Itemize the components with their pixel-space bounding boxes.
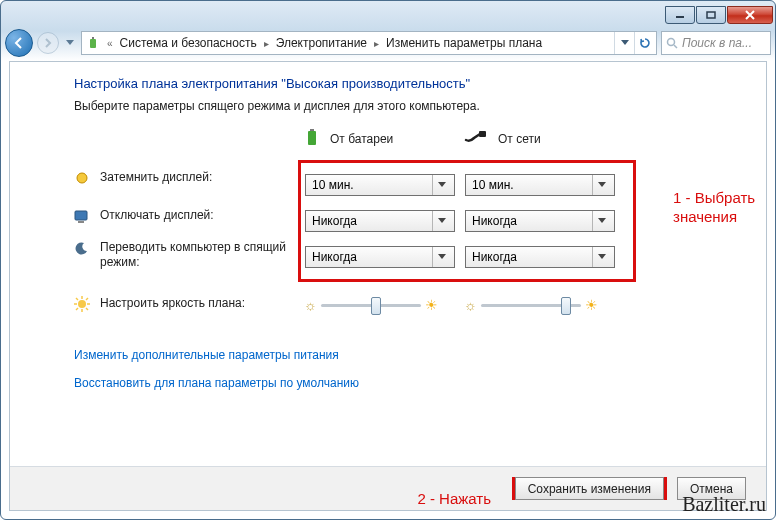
annotation-step1: 1 - Выбрать значения: [673, 189, 763, 227]
sun-dim-icon: ☼: [464, 297, 477, 313]
highlighted-dropdowns: 10 мин. 10 мин. Никогда Никогда Никогда …: [298, 160, 636, 282]
nav-bar: « Система и безопасность ▸ Электропитани…: [1, 27, 775, 59]
minimize-button[interactable]: [665, 6, 695, 24]
column-plugged: От сети: [464, 127, 624, 150]
sleep-plugged-select[interactable]: Никогда: [465, 246, 615, 268]
chevron-right-icon: ▸: [261, 38, 272, 49]
row-sleep-label: Переводить компьютер в спящий режим:: [74, 240, 304, 270]
chevron-down-icon: [592, 175, 610, 195]
content-panel: Настройка плана электропитания "Высокая …: [9, 61, 767, 511]
title-bar: [1, 1, 775, 27]
chevron-right-icon: ▸: [371, 38, 382, 49]
sleep-icon: [74, 240, 92, 258]
svg-rect-2: [90, 39, 96, 48]
svg-rect-6: [308, 131, 316, 145]
address-dropdown-icon[interactable]: [614, 32, 634, 54]
battery-icon: [304, 127, 320, 150]
column-plugged-label: От сети: [498, 132, 541, 146]
search-placeholder: Поиск в па...: [682, 36, 752, 50]
svg-rect-12: [78, 221, 84, 223]
column-battery: От батареи: [304, 127, 464, 150]
breadcrumb-sep-icon: «: [104, 38, 116, 49]
footer: Сохранить изменения Отмена: [10, 466, 766, 510]
off-battery-select[interactable]: Никогда: [305, 210, 455, 232]
chevron-down-icon: [592, 247, 610, 267]
svg-rect-3: [92, 37, 94, 39]
address-bar[interactable]: « Система и безопасность ▸ Электропитани…: [81, 31, 657, 55]
chevron-down-icon: [592, 211, 610, 231]
row-brightness-label: Настроить яркость плана:: [74, 296, 304, 314]
save-button-highlight: Сохранить изменения: [512, 477, 667, 500]
chevron-down-icon: [432, 175, 450, 195]
svg-rect-8: [479, 131, 486, 137]
sun-bright-icon: ☀: [585, 297, 598, 313]
dim-icon: [74, 170, 92, 188]
display-off-icon: [74, 208, 92, 226]
dim-plugged-select[interactable]: 10 мин.: [465, 174, 615, 196]
watermark: Bazliter.ru: [682, 493, 766, 516]
annotation-step2: 2 - Нажать: [417, 490, 491, 507]
brightness-plugged-slider[interactable]: [481, 295, 581, 315]
sun-dim-icon: ☼: [304, 297, 317, 313]
advanced-settings-link[interactable]: Изменить дополнительные параметры питани…: [74, 348, 740, 362]
svg-line-19: [86, 308, 88, 310]
row-dim-label: Затемнить дисплей:: [74, 170, 304, 188]
save-button[interactable]: Сохранить изменения: [515, 477, 664, 500]
plug-icon: [464, 130, 488, 147]
off-plugged-select[interactable]: Никогда: [465, 210, 615, 232]
close-button[interactable]: [727, 6, 773, 24]
svg-line-18: [76, 298, 78, 300]
breadcrumb-item[interactable]: Система и безопасность: [118, 36, 259, 50]
back-button[interactable]: [5, 29, 33, 57]
sleep-battery-select[interactable]: Никогда: [305, 246, 455, 268]
chevron-down-icon: [432, 211, 450, 231]
restore-defaults-link[interactable]: Восстановить для плана параметры по умол…: [74, 376, 740, 390]
svg-point-13: [78, 300, 86, 308]
svg-line-5: [674, 45, 677, 48]
history-dropdown-icon[interactable]: [63, 32, 77, 54]
sun-bright-icon: ☀: [425, 297, 438, 313]
dim-battery-select[interactable]: 10 мин.: [305, 174, 455, 196]
breadcrumb-item[interactable]: Изменить параметры плана: [384, 36, 544, 50]
svg-point-4: [668, 39, 675, 46]
svg-rect-7: [310, 129, 314, 131]
breadcrumb-item[interactable]: Электропитание: [274, 36, 369, 50]
svg-line-21: [76, 308, 78, 310]
maximize-button[interactable]: [696, 6, 726, 24]
search-icon: [666, 37, 678, 49]
window: « Система и безопасность ▸ Электропитани…: [0, 0, 776, 520]
row-off-label: Отключать дисплей:: [74, 208, 304, 226]
page-title: Настройка плана электропитания "Высокая …: [74, 76, 740, 91]
brightness-battery-slider[interactable]: [321, 295, 421, 315]
chevron-down-icon: [432, 247, 450, 267]
svg-line-20: [86, 298, 88, 300]
column-headers: От батареи От сети: [304, 127, 740, 150]
search-input[interactable]: Поиск в па...: [661, 31, 771, 55]
svg-rect-11: [75, 211, 87, 220]
column-battery-label: От батареи: [330, 132, 393, 146]
brightness-icon: [74, 296, 92, 314]
forward-button[interactable]: [37, 32, 59, 54]
refresh-icon[interactable]: [634, 32, 654, 54]
page-subtitle: Выберите параметры спящего режима и дисп…: [74, 99, 740, 113]
power-plan-icon: [84, 34, 102, 52]
svg-rect-1: [707, 12, 715, 18]
